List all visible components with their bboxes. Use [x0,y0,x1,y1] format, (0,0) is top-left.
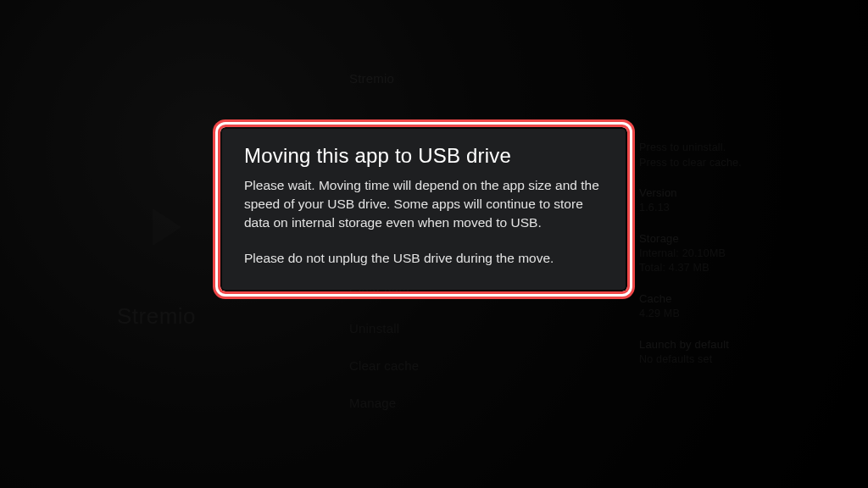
move-app-modal: Moving this app to USB drive Please wait… [222,129,626,290]
modal-title: Moving this app to USB drive [244,144,604,168]
modal-body-1: Please wait. Moving time will depend on … [244,176,604,232]
modal-body-2: Please do not unplug the USB drive durin… [244,249,604,268]
